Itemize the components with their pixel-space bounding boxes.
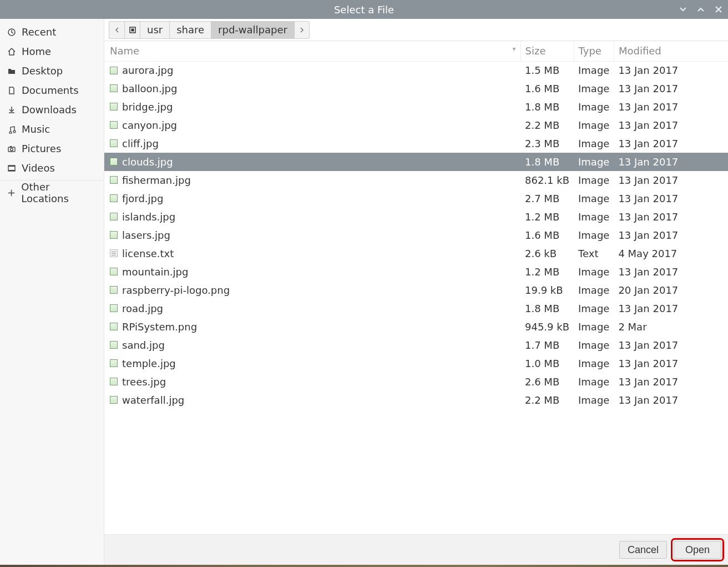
column-header-modified[interactable]: Modified <box>614 41 728 61</box>
file-row[interactable]: islands.jpg1.2 MBImage13 Jan 2017 <box>104 208 728 226</box>
nav-root-button[interactable] <box>124 21 140 39</box>
file-row[interactable]: mountain.jpg1.2 MBImage13 Jan 2017 <box>104 263 728 281</box>
svg-rect-8 <box>131 28 134 31</box>
file-row[interactable]: fjord.jpg2.7 MBImage13 Jan 2017 <box>104 189 728 208</box>
file-type: Image <box>574 189 614 208</box>
sidebar-item-documents[interactable]: Documents <box>0 81 104 100</box>
window-close-icon[interactable] <box>711 2 726 17</box>
file-name: islands.jpg <box>122 211 175 223</box>
file-row[interactable]: clouds.jpg1.8 MBImage13 Jan 2017 <box>104 153 728 171</box>
file-name: clouds.jpg <box>122 156 173 168</box>
file-size: 1.2 MB <box>520 263 574 281</box>
file-name: raspberry-pi-logo.png <box>122 284 230 296</box>
file-size: 2.6 kB <box>520 244 574 263</box>
window-shade-down-icon[interactable] <box>676 2 690 17</box>
column-header-size[interactable]: Size <box>520 41 574 61</box>
folder-icon <box>7 67 17 76</box>
breadcrumb-bar: usrsharerpd-wallpaper <box>104 19 728 41</box>
sidebar-item-home[interactable]: Home <box>0 42 104 61</box>
file-size: 1.2 MB <box>520 208 574 226</box>
cancel-button[interactable]: Cancel <box>619 541 667 559</box>
home-icon <box>7 47 17 56</box>
file-row[interactable]: aurora.jpg1.5 MBImage13 Jan 2017 <box>104 61 728 79</box>
file-modified: 13 Jan 2017 <box>614 189 728 208</box>
file-type: Image <box>574 79 614 98</box>
file-size: 1.0 MB <box>520 354 574 373</box>
nav-back-button[interactable] <box>109 21 124 39</box>
sidebar-item-desktop[interactable]: Desktop <box>0 61 104 81</box>
breadcrumb-segment[interactable]: rpd-wallpaper <box>211 21 294 39</box>
svg-rect-6 <box>8 170 15 171</box>
file-name: road.jpg <box>122 303 163 314</box>
sidebar-item-label: Music <box>22 123 50 135</box>
file-modified: 13 Jan 2017 <box>614 263 728 281</box>
file-type: Image <box>574 116 614 134</box>
file-size: 2.2 MB <box>520 391 574 409</box>
column-header-type[interactable]: Type <box>574 41 614 61</box>
file-name: bridge.jpg <box>122 101 173 113</box>
image-file-icon <box>110 139 118 147</box>
file-size: 2.6 MB <box>520 373 574 391</box>
file-modified: 13 Jan 2017 <box>614 336 728 354</box>
file-row[interactable]: fisherman.jpg862.1 kBImage13 Jan 2017 <box>104 171 728 189</box>
file-row[interactable]: waterfall.jpg2.2 MBImage13 Jan 2017 <box>104 391 728 409</box>
nav-forward-button[interactable] <box>294 21 310 39</box>
file-row[interactable]: road.jpg1.8 MBImage13 Jan 2017 <box>104 299 728 318</box>
sidebar-item-other-locations[interactable]: + Other Locations <box>0 183 104 202</box>
sidebar-item-label: Documents <box>22 84 79 96</box>
sidebar-item-videos[interactable]: Videos <box>0 158 104 178</box>
breadcrumb-segment[interactable]: share <box>169 21 211 39</box>
file-row[interactable]: cliff.jpg2.3 MBImage13 Jan 2017 <box>104 134 728 153</box>
image-file-icon <box>110 176 118 184</box>
svg-rect-5 <box>8 165 15 167</box>
sidebar-item-downloads[interactable]: Downloads <box>0 100 104 119</box>
window-shade-up-icon[interactable] <box>694 2 708 17</box>
file-row[interactable]: temple.jpg1.0 MBImage13 Jan 2017 <box>104 354 728 373</box>
file-modified: 13 Jan 2017 <box>614 134 728 153</box>
sidebar-item-recent[interactable]: Recent <box>0 22 104 42</box>
file-row[interactable]: bridge.jpg1.8 MBImage13 Jan 2017 <box>104 98 728 116</box>
file-size: 945.9 kB <box>520 318 574 336</box>
file-row[interactable]: RPiSystem.png945.9 kBImage2 Mar <box>104 318 728 336</box>
file-modified: 13 Jan 2017 <box>614 98 728 116</box>
file-type: Image <box>574 153 614 171</box>
file-row[interactable]: license.txt2.6 kBText4 May 2017 <box>104 244 728 263</box>
sidebar-item-label: Home <box>22 46 51 57</box>
plus-icon: + <box>7 187 16 198</box>
file-name: temple.jpg <box>122 358 176 369</box>
column-header-name[interactable]: Name ▾ <box>104 41 520 61</box>
file-modified: 13 Jan 2017 <box>614 116 728 134</box>
file-row[interactable]: trees.jpg2.6 MBImage13 Jan 2017 <box>104 373 728 391</box>
file-name: balloon.jpg <box>122 83 177 94</box>
image-file-icon <box>110 84 118 92</box>
sidebar-item-music[interactable]: Music <box>0 119 104 139</box>
file-row[interactable]: lasers.jpg1.6 MBImage13 Jan 2017 <box>104 226 728 244</box>
svg-rect-3 <box>10 146 12 147</box>
file-type: Image <box>574 281 614 299</box>
sidebar-item-pictures[interactable]: Pictures <box>0 139 104 158</box>
image-file-icon <box>110 231 118 239</box>
text-file-icon <box>110 249 118 257</box>
file-row[interactable]: canyon.jpg2.2 MBImage13 Jan 2017 <box>104 116 728 134</box>
file-row[interactable]: balloon.jpg1.6 MBImage13 Jan 2017 <box>104 79 728 98</box>
file-name: canyon.jpg <box>122 119 177 131</box>
image-file-icon <box>110 158 118 165</box>
music-icon <box>7 125 17 134</box>
image-file-icon <box>110 286 118 294</box>
camera-icon <box>7 144 17 153</box>
file-type: Image <box>574 134 614 153</box>
file-list[interactable]: Name ▾ Size Type Modified aurora.jpg1.5 … <box>104 41 728 534</box>
file-modified: 13 Jan 2017 <box>614 208 728 226</box>
image-file-icon <box>110 378 118 385</box>
file-row[interactable]: sand.jpg1.7 MBImage13 Jan 2017 <box>104 336 728 354</box>
file-type: Image <box>574 98 614 116</box>
image-file-icon <box>110 304 118 312</box>
clock-icon <box>7 28 17 37</box>
file-name: license.txt <box>122 248 174 259</box>
file-row[interactable]: raspberry-pi-logo.png19.9 kBImage20 Jan … <box>104 281 728 299</box>
open-button[interactable]: Open <box>674 541 721 559</box>
image-file-icon <box>110 268 118 275</box>
image-file-icon <box>110 121 118 129</box>
breadcrumb-segment[interactable]: usr <box>140 21 169 39</box>
file-modified: 13 Jan 2017 <box>614 153 728 171</box>
